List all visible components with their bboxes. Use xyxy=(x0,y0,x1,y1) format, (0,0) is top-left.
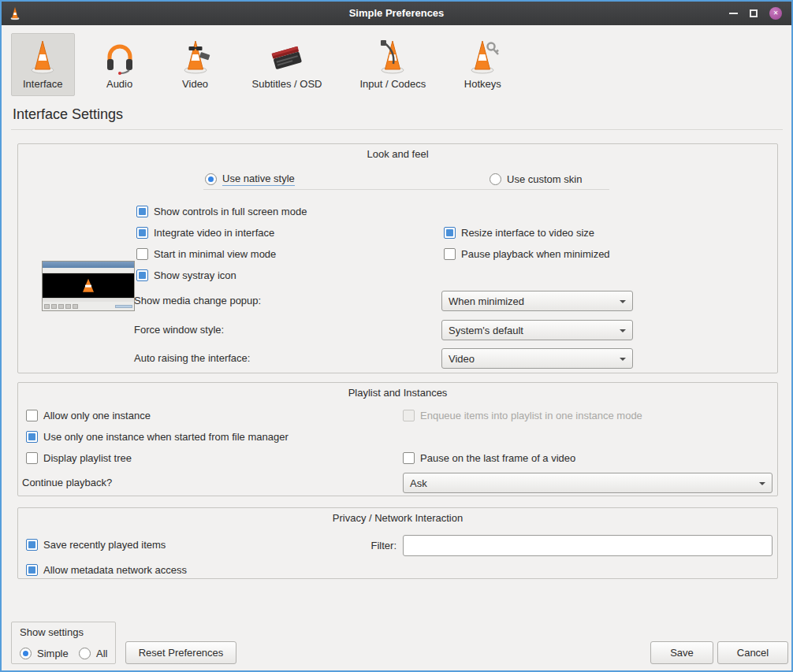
checkbox-pause-when-minimized[interactable]: Pause playback when minimized xyxy=(444,247,610,260)
radio-use-native-style[interactable]: Use native style xyxy=(205,173,295,185)
checkbox-box xyxy=(136,248,148,260)
hotkeys-icon xyxy=(464,38,501,76)
tab-label: Interface xyxy=(23,78,63,90)
checkbox-show-controls-fullscreen[interactable]: Show controls in full screen mode xyxy=(136,205,307,217)
checkbox-label: Start in minimal view mode xyxy=(154,248,276,260)
radio-circle xyxy=(79,648,91,659)
checkbox-box xyxy=(26,452,38,464)
checkbox-box xyxy=(403,410,415,421)
simple-preferences-window: Simple Preferences ✕ Interface Audio xyxy=(0,0,793,672)
checkbox-box xyxy=(444,227,456,239)
radio-simple[interactable]: Simple xyxy=(20,647,69,659)
tab-subtitles-osd[interactable]: Subtitles / OSD xyxy=(240,33,334,96)
heading-separator xyxy=(11,129,783,130)
close-button[interactable]: ✕ xyxy=(769,7,782,20)
checkbox-start-minimal-view[interactable]: Start in minimal view mode xyxy=(136,247,276,260)
chevron-down-icon xyxy=(620,300,626,306)
show-settings-title: Show settings xyxy=(20,626,84,638)
checkbox-box xyxy=(26,564,38,576)
checkbox-label: Enqueue items into playlist in one insta… xyxy=(420,410,642,421)
window-title: Simple Preferences xyxy=(2,2,791,25)
chevron-down-icon xyxy=(759,482,765,488)
tab-label: Subtitles / OSD xyxy=(252,78,322,90)
radio-use-custom-skin[interactable]: Use custom skin xyxy=(490,173,582,185)
tab-input-codecs[interactable]: Input / Codecs xyxy=(348,33,437,96)
tab-label: Video xyxy=(182,78,208,90)
tab-label: Audio xyxy=(106,78,132,90)
filter-input[interactable] xyxy=(403,535,773,556)
force-window-style-label: Force window style: xyxy=(134,320,224,340)
preferences-category-toolbar: Interface Audio Video xyxy=(11,33,513,96)
checkbox-label: Pause on the last frame of a video xyxy=(420,452,575,464)
checkbox-label: Show controls in full screen mode xyxy=(154,206,307,217)
groupbox-title: Playlist and Instances xyxy=(18,387,777,399)
vlc-preview-thumbnail xyxy=(42,261,135,311)
tab-label: Hotkeys xyxy=(464,78,501,90)
titlebar[interactable]: Simple Preferences ✕ xyxy=(2,2,791,25)
media-change-popup-select[interactable]: When minimized xyxy=(441,291,633,311)
chevron-down-icon xyxy=(620,358,626,364)
checkbox-pause-last-frame[interactable]: Pause on the last frame of a video xyxy=(403,451,575,464)
force-window-style-select[interactable]: System's default xyxy=(441,320,633,340)
checkbox-box xyxy=(136,269,148,281)
checkbox-integrate-video[interactable]: Integrate video in interface xyxy=(136,226,274,239)
checkbox-label: Pause playback when minimized xyxy=(461,248,610,260)
checkbox-box xyxy=(26,431,38,443)
checkbox-one-instance-file-manager[interactable]: Use only one instance when started from … xyxy=(26,430,289,443)
continue-playback-label: Continue playback? xyxy=(22,473,112,493)
checkbox-label: Save recently played items xyxy=(43,539,166,551)
preview-controls xyxy=(43,302,134,310)
checkbox-label: Allow only one instance xyxy=(43,410,151,421)
preview-volume xyxy=(115,305,132,308)
checkbox-show-systray-icon[interactable]: Show systray icon xyxy=(136,269,236,281)
radio-circle xyxy=(205,173,217,185)
checkbox-label: Resize interface to video size xyxy=(461,227,594,239)
checkbox-enqueue-items: Enqueue items into playlist in one insta… xyxy=(403,409,642,421)
checkbox-box xyxy=(136,206,148,217)
tab-video[interactable]: Video xyxy=(165,33,226,96)
preview-titlebar xyxy=(43,262,134,268)
groupbox-title: Look and feel xyxy=(18,148,777,160)
tab-audio[interactable]: Audio xyxy=(89,33,151,96)
radio-label: All xyxy=(96,648,107,659)
video-cone-icon xyxy=(177,38,214,76)
select-value: System's default xyxy=(449,325,523,336)
radio-row-separator xyxy=(203,189,609,190)
media-change-popup-label: Show media change popup: xyxy=(134,291,261,311)
checkbox-box xyxy=(403,452,415,464)
save-button[interactable]: Save xyxy=(650,641,713,664)
look-and-feel-groupbox: Look and feel Use native style Use custo… xyxy=(17,143,778,373)
radio-label: Use custom skin xyxy=(507,173,582,185)
checkbox-allow-one-instance[interactable]: Allow only one instance xyxy=(26,409,151,421)
select-value: Video xyxy=(449,353,475,365)
checkbox-label: Use only one instance when started from … xyxy=(43,431,289,443)
checkbox-label: Integrate video in interface xyxy=(154,227,274,239)
filter-label: Filter: xyxy=(349,535,396,556)
vlc-cone-icon xyxy=(83,278,94,291)
radio-label: Use native style xyxy=(222,173,295,186)
select-value: Ask xyxy=(410,477,427,489)
checkbox-save-recently-played[interactable]: Save recently played items xyxy=(26,538,166,551)
tab-hotkeys[interactable]: Hotkeys xyxy=(452,33,513,96)
checkbox-box xyxy=(444,248,456,260)
page-title: Interface Settings xyxy=(13,106,123,123)
cancel-button[interactable]: Cancel xyxy=(717,641,788,664)
checkbox-display-playlist-tree[interactable]: Display playlist tree xyxy=(26,451,132,464)
window-controls: ✕ xyxy=(729,7,791,20)
checkbox-label: Show systray icon xyxy=(154,269,236,281)
radio-all[interactable]: All xyxy=(79,647,107,659)
minimize-button[interactable] xyxy=(729,13,738,14)
radio-circle xyxy=(490,173,501,185)
checkbox-resize-interface[interactable]: Resize interface to video size xyxy=(444,226,594,239)
auto-raising-label: Auto raising the interface: xyxy=(134,348,250,369)
input-codecs-icon xyxy=(374,38,411,76)
restore-button[interactable] xyxy=(750,9,758,17)
tab-interface[interactable]: Interface xyxy=(11,33,75,96)
continue-playback-select[interactable]: Ask xyxy=(403,473,773,493)
close-icon: ✕ xyxy=(773,10,779,17)
tab-label: Input / Codecs xyxy=(359,78,426,90)
checkbox-allow-metadata-access[interactable]: Allow metadata network access xyxy=(26,563,187,576)
reset-preferences-button[interactable]: Reset Preferences xyxy=(125,641,236,664)
checkbox-box xyxy=(26,539,38,551)
auto-raising-select[interactable]: Video xyxy=(441,348,633,369)
